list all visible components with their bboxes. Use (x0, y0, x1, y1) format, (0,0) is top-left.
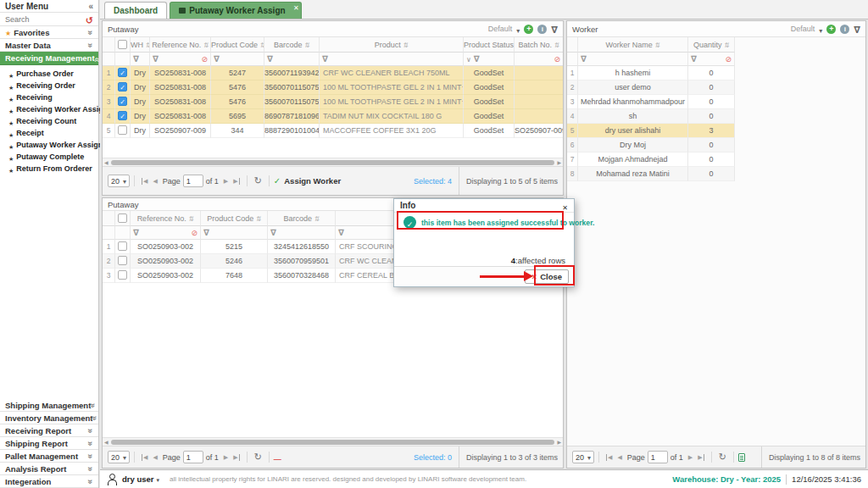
info-icon[interactable] (840, 25, 849, 34)
row-checkbox[interactable] (118, 125, 127, 135)
row-checkbox[interactable] (118, 68, 127, 77)
page-number-input[interactable] (648, 451, 668, 463)
filter-funnel-icon[interactable] (581, 54, 587, 64)
add-icon[interactable] (826, 25, 836, 34)
header-product-code[interactable]: Product Code (211, 37, 264, 53)
worker-row[interactable]: 8Mohamad reza Matini0 (567, 167, 735, 181)
last-page-button[interactable] (233, 454, 239, 461)
sidebar-item-receiving-report[interactable]: Receiving Report (0, 424, 98, 437)
sidebar-item-inventory-management[interactable]: Inventory Management (0, 412, 98, 424)
page-size-select[interactable]: 20 (108, 175, 130, 187)
worker-row-selected[interactable]: 5dry user alishahi3 (567, 124, 735, 138)
filter-icon[interactable] (854, 21, 860, 36)
clear-filter-icon[interactable] (725, 55, 732, 64)
page-size-select[interactable]: 20 (108, 451, 130, 463)
page-number-input[interactable] (183, 175, 203, 187)
sidebar-item-shipping-report[interactable]: Shipping Report (0, 437, 98, 450)
header-reference-no[interactable]: Reference No. (150, 37, 211, 53)
tab-putaway-worker-assign[interactable]: Putaway Worker Assign (170, 2, 301, 19)
sidebar-item-favorites[interactable]: Favorites (0, 26, 98, 39)
header-product-code[interactable]: Product Code (201, 211, 268, 226)
next-page-button[interactable] (688, 454, 693, 461)
header-product-status[interactable]: Product Status (464, 37, 515, 53)
assign-worker-button[interactable]: Assign Worker (274, 176, 341, 186)
header-select-all[interactable] (115, 211, 131, 226)
sidebar-item-shipping-management[interactable]: Shipping Management (0, 399, 98, 412)
horizontal-scrollbar[interactable] (103, 158, 563, 166)
filter-funnel-icon[interactable] (338, 228, 344, 237)
last-page-button[interactable] (698, 454, 704, 461)
scrollbar-thumb[interactable] (111, 160, 554, 165)
close-button[interactable]: Close (525, 269, 569, 284)
sidebar-item-analysis-report[interactable]: Analysis Report (0, 463, 98, 475)
prev-page-button[interactable] (617, 454, 621, 461)
chevron-down-icon[interactable] (516, 21, 520, 36)
scroll-left-icon[interactable] (104, 159, 108, 165)
search-input[interactable] (5, 15, 78, 24)
clear-filter-icon[interactable] (201, 55, 208, 64)
sidebar-item-receiving-management[interactable]: Receiving Management (0, 52, 98, 65)
clear-search-icon[interactable] (86, 12, 93, 27)
filter-funnel-icon[interactable] (267, 54, 273, 64)
close-tab-icon[interactable] (293, 3, 299, 12)
clear-filter-icon[interactable] (554, 55, 560, 64)
first-page-button[interactable] (142, 178, 147, 185)
clear-filter-icon[interactable] (191, 229, 198, 237)
page-size-select[interactable]: 20 (572, 451, 594, 463)
last-page-button[interactable] (233, 178, 239, 185)
table-row[interactable]: 5 Dry SO250907-009 344 8887290101004 MAC… (103, 124, 563, 138)
header-worker-name[interactable]: Worker Name (578, 37, 688, 53)
scroll-right-icon[interactable] (557, 159, 561, 165)
row-checkbox[interactable] (118, 111, 127, 120)
horizontal-scrollbar[interactable] (103, 437, 563, 446)
filter-funnel-icon[interactable] (691, 54, 697, 64)
table-row[interactable]: 2 Dry SO250831-008 5476 3560070115075 10… (103, 80, 563, 95)
filter-funnel-icon[interactable] (133, 228, 139, 237)
prev-page-button[interactable] (153, 178, 157, 185)
view-selector[interactable]: Default (791, 25, 815, 33)
select-all-checkbox[interactable] (118, 40, 127, 49)
header-barcode[interactable]: Barcode (268, 211, 336, 226)
next-page-button[interactable] (224, 178, 228, 185)
worker-row[interactable]: 2user demo0 (567, 80, 735, 95)
refresh-icon[interactable] (254, 175, 262, 186)
view-selector[interactable]: Default (488, 25, 513, 33)
table-row[interactable]: 1 Dry SO250831-008 5247 3560071193942 CR… (103, 66, 563, 80)
filter-funnel-icon[interactable] (203, 228, 209, 237)
header-wh[interactable]: WH (131, 37, 150, 53)
refresh-icon[interactable] (719, 452, 726, 463)
filter-funnel-icon[interactable] (133, 54, 139, 64)
header-select-all[interactable] (115, 37, 131, 53)
export-excel-icon[interactable] (738, 453, 745, 462)
header-quantity[interactable]: Quantity (688, 37, 735, 53)
filter-funnel-icon[interactable] (322, 54, 328, 64)
add-icon[interactable] (524, 25, 533, 34)
filter-icon[interactable] (551, 21, 558, 36)
page-number-input[interactable] (183, 451, 203, 463)
header-batch-no[interactable]: Batch No. (515, 37, 563, 53)
row-checkbox[interactable] (118, 241, 127, 251)
modal-close-icon[interactable] (562, 198, 568, 214)
chevron-down-icon[interactable] (819, 21, 822, 36)
worker-row[interactable]: 3Mehrdad khanmohammadpour0 (567, 95, 735, 109)
tab-dashboard[interactable]: Dashboard (104, 2, 167, 19)
sidebar-item-return-from-orderer[interactable]: Return From Orderer (0, 163, 98, 175)
header-barcode[interactable]: Barcode (264, 37, 320, 53)
filter-funnel-icon[interactable] (474, 54, 480, 64)
scroll-right-icon[interactable] (557, 439, 561, 445)
worker-row[interactable]: 1h hashemi0 (567, 66, 735, 80)
scrollbar-thumb[interactable] (111, 440, 554, 445)
sidebar-item-master-data[interactable]: Master Data (0, 39, 98, 52)
filter-funnel-icon[interactable] (153, 54, 159, 64)
first-page-button[interactable] (142, 454, 147, 461)
header-reference-no[interactable]: Reference No. (131, 211, 201, 226)
worker-row[interactable]: 7Mojgan Ahmadnejad0 (567, 152, 735, 167)
prev-page-button[interactable] (153, 454, 157, 461)
scroll-left-icon[interactable] (104, 439, 108, 445)
header-product[interactable]: Product (320, 37, 464, 53)
remove-icon[interactable] (274, 450, 281, 465)
select-all-checkbox[interactable] (118, 214, 127, 223)
filter-funnel-icon[interactable] (214, 54, 220, 64)
info-icon[interactable] (537, 25, 547, 34)
user-menu-dropdown[interactable]: dry user (122, 474, 159, 484)
